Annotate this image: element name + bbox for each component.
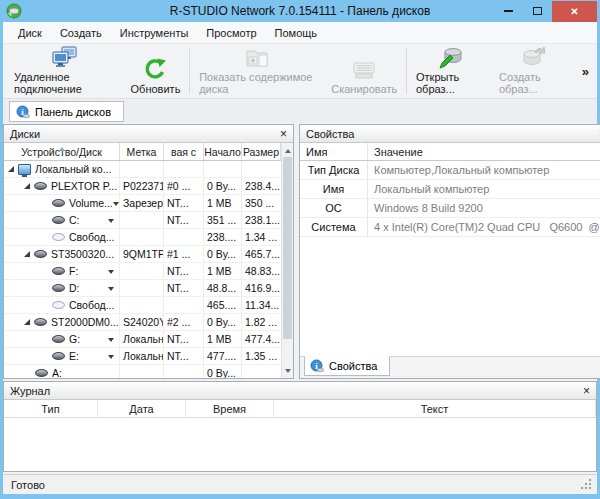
hard-drive-icon (34, 318, 47, 326)
disks-scrollbar[interactable] (281, 143, 293, 378)
remote-connection-button[interactable]: Удаленное подключение (7, 44, 124, 98)
partition-row-c[interactable]: C: NT...351 ...238.1... (4, 212, 281, 229)
create-image-icon (520, 46, 546, 70)
expand-arrow-icon[interactable] (24, 251, 30, 257)
column-date[interactable]: Дата (98, 400, 186, 417)
log-panel-title: Журнал (10, 385, 50, 397)
disk-row-plextor[interactable]: PLEXTOR P... P022371...#0 ...0 By...238.… (4, 178, 281, 195)
disks-panel: Диски × Устройство/Диск Метка вая с Нача… (3, 124, 294, 379)
mount-dropdown-icon[interactable] (108, 338, 114, 345)
tab-disk-panel[interactable]: i Панель дисков (9, 101, 124, 122)
minimize-button[interactable] (494, 1, 523, 22)
menu-disk[interactable]: Диск (9, 22, 51, 43)
partition-row-f[interactable]: F: NT...1 MB48.83... (4, 263, 281, 280)
column-value[interactable]: Значение (368, 143, 600, 160)
log-body (4, 418, 596, 471)
scan-icon (351, 58, 377, 82)
property-row: Имя Локальный компьютер (300, 180, 600, 199)
app-area: Диск Создать Инструменты Просмотр Помощь (3, 22, 597, 494)
expand-arrow-icon[interactable] (8, 166, 14, 172)
scroll-up-icon[interactable] (282, 143, 293, 157)
show-disk-contents-button[interactable]: Показать содержимое диска (192, 44, 324, 98)
tabbar: i Панель дисков (3, 99, 597, 123)
expand-arrow-icon[interactable] (24, 319, 30, 325)
column-type[interactable]: Тип (4, 400, 98, 417)
main-area: Диски × Устройство/Диск Метка вая с Нача… (3, 123, 597, 379)
hard-drive-icon (34, 182, 47, 190)
disks-table: Устройство/Диск Метка вая с Начало Разме… (4, 143, 293, 378)
toolbar-button-label: Создать образ... (499, 71, 567, 95)
floppy-drive-icon (35, 369, 48, 377)
toolbar-button-label: Обновить (131, 83, 181, 95)
free-space-icon (52, 233, 65, 241)
r-studio-logo-icon (6, 3, 22, 19)
scroll-down-icon[interactable] (282, 364, 293, 378)
column-text[interactable]: Текст (274, 400, 596, 417)
create-image-button[interactable]: Создать образ... (492, 44, 574, 98)
free-space-row[interactable]: Свобод... 465....11.34... (4, 297, 281, 314)
resize-grip-icon[interactable] (581, 479, 593, 491)
titlebar: R-STUDIO Network 7.0.154111 - Панель дис… (3, 0, 597, 22)
statusbar: Готово (3, 474, 597, 494)
show-disk-contents-icon (245, 46, 271, 70)
properties-panel-title: Свойства (306, 128, 354, 140)
scan-button[interactable]: Сканировать (324, 44, 404, 98)
log-panel-close-icon[interactable]: × (583, 385, 590, 397)
property-row: Система 4 x Intel(R) Core(TM)2 Quad CPU … (300, 218, 600, 237)
toolbar-separator (406, 48, 407, 94)
column-name[interactable]: Имя (300, 143, 368, 160)
mount-dropdown-icon[interactable] (108, 355, 114, 362)
partition-icon (52, 284, 65, 292)
free-space-row[interactable]: Свобод... 238....1.34 ... (4, 229, 281, 246)
disk-row-st2000dm0[interactable]: ST2000DM0... S24020YS#2 ...0 By...1.82 .… (4, 314, 281, 331)
refresh-button[interactable]: Обновить (124, 44, 188, 98)
disks-table-header: Устройство/Диск Метка вая с Начало Разме… (4, 143, 281, 161)
menu-help[interactable]: Помощь (266, 22, 327, 43)
expand-arrow-icon[interactable] (24, 183, 30, 189)
toolbar-overflow-chevron[interactable]: » (574, 64, 597, 79)
column-filesystem[interactable]: вая с (164, 143, 204, 160)
open-image-button[interactable]: Открыть образ... (409, 44, 492, 98)
tab-label: Панель дисков (35, 106, 111, 118)
mount-dropdown-icon[interactable] (108, 219, 114, 226)
log-table-header: Тип Дата Время Текст (4, 400, 596, 418)
mount-dropdown-icon[interactable] (108, 270, 114, 277)
mount-dropdown-icon[interactable] (113, 202, 119, 209)
menu-create[interactable]: Создать (51, 22, 111, 43)
menubar: Диск Создать Инструменты Просмотр Помощь (3, 22, 597, 43)
column-start[interactable]: Начало (204, 143, 242, 160)
menu-tools[interactable]: Инструменты (111, 22, 198, 43)
maximize-button[interactable] (523, 1, 552, 22)
disk-row-local-computer[interactable]: Локальный ко... (4, 161, 281, 178)
disks-panel-close-icon[interactable]: × (280, 128, 287, 140)
partition-row-d[interactable]: D: NT...48.8...416.9... (4, 280, 281, 297)
partition-row-g[interactable]: G: Локальн...NT...1 MB477.4... (4, 331, 281, 348)
column-label[interactable]: Метка (120, 143, 164, 160)
free-space-icon (52, 301, 65, 309)
hard-drive-icon (34, 250, 47, 258)
partition-icon (52, 352, 65, 360)
info-icon: i (16, 105, 30, 119)
toolbar-button-label: Удаленное подключение (14, 71, 117, 95)
partition-row-volume[interactable]: Volume... Зарезер...NT...1 MB350 ... (4, 195, 281, 212)
scrollbar-thumb[interactable] (283, 157, 292, 339)
mount-dropdown-icon[interactable] (108, 287, 114, 294)
toolbar-button-label: Открыть образ... (416, 71, 485, 95)
partition-icon (52, 216, 65, 224)
disk-row-a[interactable]: A: 0 By... (4, 365, 281, 378)
menu-view[interactable]: Просмотр (197, 22, 265, 43)
info-icon: i (310, 359, 324, 373)
disks-panel-title: Диски (10, 128, 40, 140)
partition-row-e[interactable]: E: Локальн...NT...477....1.35 ... (4, 348, 281, 365)
tab-properties[interactable]: i Свойства (304, 356, 390, 376)
column-time[interactable]: Время (186, 400, 274, 417)
toolbar-button-label: Сканировать (331, 83, 397, 95)
column-size[interactable]: Размер (242, 143, 281, 160)
remote-connection-icon (52, 46, 78, 70)
sort-ascending-icon (59, 144, 65, 151)
toolbar-button-label: Показать содержимое диска (199, 71, 317, 95)
properties-panel-header: Свойства × (300, 125, 600, 143)
close-button[interactable]: ✕ (552, 1, 597, 22)
disk-row-st3500320[interactable]: ST3500320... 9QM1TP...#1 ...0 By...465.7… (4, 246, 281, 263)
tab-label: Свойства (329, 360, 377, 372)
